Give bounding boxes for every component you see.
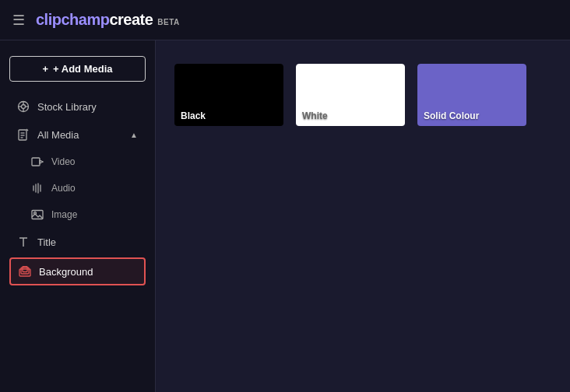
audio-icon xyxy=(31,182,44,194)
card-solid-label: Solid Colour xyxy=(424,110,479,121)
sidebar-item-stock-library[interactable]: Stock Library xyxy=(9,94,146,119)
image-icon xyxy=(31,208,44,221)
media-grid: Black White Solid Colour xyxy=(174,64,551,126)
svg-rect-11 xyxy=(32,158,40,166)
sidebar-item-audio[interactable]: Audio xyxy=(9,177,146,200)
card-white-thumb: White xyxy=(296,64,405,126)
sidebar-item-background[interactable]: Background xyxy=(9,257,146,285)
audio-label: Audio xyxy=(51,183,76,194)
card-white-label: White xyxy=(302,110,328,121)
app-header: ☰ clipchamp create BETA xyxy=(0,0,570,40)
background-icon xyxy=(19,265,31,278)
background-label: Background xyxy=(39,266,93,278)
card-solid-colour[interactable]: Solid Colour xyxy=(417,64,526,126)
image-label: Image xyxy=(51,209,77,220)
title-icon xyxy=(17,236,30,248)
stock-library-icon xyxy=(17,100,30,113)
card-solid-thumb: Solid Colour xyxy=(417,64,526,126)
main-layout: + + Add Media Stock Library xyxy=(0,40,570,392)
logo-create: create xyxy=(109,11,153,29)
video-icon xyxy=(31,156,44,168)
add-media-label: + Add Media xyxy=(53,63,112,75)
sidebar: + + Add Media Stock Library xyxy=(0,40,156,392)
logo-clipchamp: clipchamp xyxy=(36,11,109,29)
title-label: Title xyxy=(37,236,56,248)
sidebar-item-all-media[interactable]: All Media ▲ xyxy=(9,122,146,147)
card-black-thumb: Black xyxy=(174,64,283,126)
video-label: Video xyxy=(51,156,75,167)
plus-icon: + xyxy=(42,63,48,75)
all-media-icon xyxy=(17,128,30,141)
all-media-chevron: ▲ xyxy=(130,131,138,139)
all-media-label: All Media xyxy=(37,129,79,141)
app-logo: clipchamp create BETA xyxy=(36,11,180,29)
card-black-label: Black xyxy=(181,110,206,121)
sidebar-item-image[interactable]: Image xyxy=(9,203,146,226)
sidebar-item-title[interactable]: Title xyxy=(9,229,146,254)
logo-beta: BETA xyxy=(157,18,179,26)
card-white[interactable]: White xyxy=(296,64,405,126)
svg-marker-12 xyxy=(40,160,43,163)
sidebar-item-video[interactable]: Video xyxy=(9,150,146,173)
card-black[interactable]: Black xyxy=(174,64,283,126)
content-area: Black White Solid Colour xyxy=(156,40,570,392)
add-media-button[interactable]: + + Add Media xyxy=(9,56,146,82)
svg-point-1 xyxy=(22,105,26,109)
menu-icon[interactable]: ☰ xyxy=(12,12,25,29)
stock-library-label: Stock Library xyxy=(37,101,97,113)
